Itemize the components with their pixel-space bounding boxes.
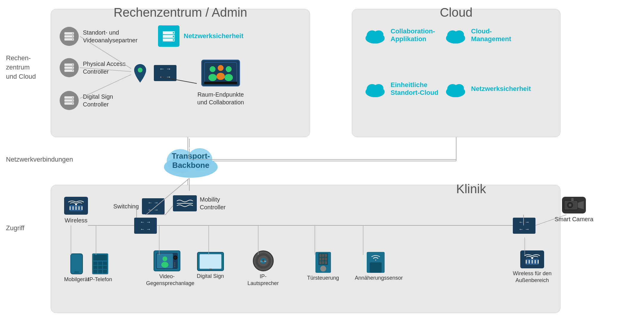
location-pin-icon xyxy=(131,63,149,83)
camera-icon xyxy=(562,197,586,213)
diagram-container: Rechenzentrum / Admin Cloud Klinik Reche… xyxy=(0,0,644,322)
zugriff-label: Zugriff xyxy=(6,224,24,233)
svg-text:11:54: 11:54 xyxy=(260,260,267,263)
raum-endpunkte-label: Raum-Endpunkte und Collaboration xyxy=(197,91,244,106)
svg-point-15 xyxy=(72,33,73,34)
switching-label: Switching xyxy=(113,203,139,210)
svg-point-89 xyxy=(174,264,175,265)
wireless-top: Wireless xyxy=(64,197,88,224)
svg-point-88 xyxy=(174,262,175,264)
mobility-controller-label: Mobility Controller xyxy=(200,196,242,211)
svg-point-84 xyxy=(162,256,167,261)
video-door-icon xyxy=(154,250,180,271)
server-icon-3 xyxy=(60,91,79,110)
digital-sign-label: Digital Sign xyxy=(197,273,224,280)
video-gegensprechanlage-label: Video-Gegensprechanlage xyxy=(146,273,188,287)
svg-point-23 xyxy=(72,70,73,71)
svg-point-21 xyxy=(72,64,73,65)
access-switch-right: ← → ← → xyxy=(513,218,535,234)
tuersteuerung: Türsteuerung xyxy=(307,252,339,281)
svg-rect-93 xyxy=(209,269,212,270)
server-icon-1 xyxy=(60,27,79,46)
physical-access-item: Physical Access Controller xyxy=(60,58,131,77)
outdoor-wireless-label: Wireless für denAußenbereich xyxy=(513,270,552,284)
svg-point-27 xyxy=(72,97,73,98)
annaeherungssensor-label: Annäherungssensor xyxy=(355,275,397,281)
svg-point-39 xyxy=(210,66,216,72)
svg-point-80 xyxy=(569,204,571,206)
svg-point-35 xyxy=(173,39,174,41)
mobility-controller-icon xyxy=(173,195,197,211)
wireless-top-label: Wireless xyxy=(65,216,88,224)
collab-icon xyxy=(201,60,240,86)
collab-applikation: Collaboration-Applikation xyxy=(364,27,435,44)
netzwerksicherheit-rz: Netzwerksicherheit xyxy=(158,25,244,47)
svg-point-54 xyxy=(446,33,465,44)
netzwerksicherheit-rz-label: Netzwerksicherheit xyxy=(184,32,244,40)
svg-point-87 xyxy=(174,256,177,259)
rz-switch-icon: ←→ ←→ xyxy=(154,65,177,81)
pac-connection: ←→ ←→ xyxy=(131,63,177,83)
ip-phone: IP-Telefon xyxy=(88,253,112,283)
svg-point-85 xyxy=(161,262,168,268)
svg-point-50 xyxy=(366,33,385,44)
netzwerksicherheit-cloud: Netzwerksicherheit xyxy=(444,80,531,97)
svg-point-29 xyxy=(72,103,73,104)
tuersteuerung-label: Türsteuerung xyxy=(307,275,339,281)
mobilgeraet: Mobilgerät xyxy=(64,253,89,283)
svg-point-43 xyxy=(226,66,232,72)
physical-access-label: Physical Access Controller xyxy=(83,60,131,75)
svg-point-28 xyxy=(72,100,73,101)
video-gegensprechanlage: Video-Gegensprechanlage xyxy=(146,250,188,287)
svg-rect-81 xyxy=(571,198,574,201)
digital-sign-icon xyxy=(197,252,224,271)
outdoor-wireless: Wireless für denAußenbereich xyxy=(513,250,552,284)
svg-point-40 xyxy=(208,74,217,81)
transport-backbone: Transport- Backbone xyxy=(158,140,224,180)
svg-point-106 xyxy=(531,257,533,259)
access-switch-right-icon: ← → ← → xyxy=(513,218,535,234)
server-icon-2 xyxy=(60,58,79,77)
ip-phone-icon xyxy=(92,253,108,274)
standort-item: Standort- und Videoanalysepartner xyxy=(60,27,131,46)
svg-point-16 xyxy=(72,36,73,37)
svg-point-62 xyxy=(446,86,465,97)
svg-rect-91 xyxy=(199,254,222,269)
svg-point-44 xyxy=(225,74,233,81)
svg-point-17 xyxy=(72,39,73,40)
svg-point-33 xyxy=(173,32,174,34)
access-switch-left-icon: ← → ← → xyxy=(134,218,157,234)
digital-sign-controller-item: Digital Sign Controller xyxy=(60,91,131,110)
einheitliche-standort: EinheitlicheStandort-Cloud xyxy=(364,80,438,97)
svg-point-58 xyxy=(366,86,385,97)
netzwerksicherheit-cloud-label: Netzwerksicherheit xyxy=(471,85,531,93)
cloud-icon-standort xyxy=(364,80,386,97)
switching-icon: ← → ← → xyxy=(142,198,165,214)
svg-point-34 xyxy=(173,36,174,37)
svg-point-37 xyxy=(138,68,143,72)
annaeherungssensor: Annäherungssensor xyxy=(355,252,397,281)
svg-rect-46 xyxy=(204,82,237,84)
smart-camera: Smart Camera xyxy=(555,197,593,223)
ip-phone-label: IP-Telefon xyxy=(88,276,112,283)
mobilgeraet-label: Mobilgerät xyxy=(64,276,89,283)
cloud-management-label: Cloud-Management xyxy=(471,27,511,43)
svg-point-73 xyxy=(75,204,77,205)
standort-label: Standort- und Videoanalysepartner xyxy=(83,29,131,44)
netzwerksicherheit-rz-icon xyxy=(158,25,179,47)
outdoor-wireless-icon xyxy=(520,250,544,268)
proximity-sensor-icon xyxy=(367,252,385,273)
cloud-title: Cloud xyxy=(352,5,561,20)
raum-endpunkte: Raum-Endpunkte und Collaboration xyxy=(197,60,244,106)
rz-cloud-label: Rechen- zentrum und Cloud xyxy=(6,54,42,81)
transport-backbone-label: Transport- Backbone xyxy=(167,151,215,170)
einheitliche-standort-label: EinheitlicheStandort-Cloud xyxy=(391,81,438,97)
cloud-icon-collab xyxy=(364,27,386,44)
ip-speaker-icon: 11:54 xyxy=(253,250,274,271)
smart-camera-label: Smart Camera xyxy=(555,215,593,223)
digital-sign-controller-label: Digital Sign Controller xyxy=(83,93,131,108)
svg-point-41 xyxy=(218,65,224,71)
svg-point-42 xyxy=(216,73,225,80)
door-control-icon xyxy=(315,252,331,273)
mobility-controller: Mobility Controller xyxy=(173,195,242,211)
